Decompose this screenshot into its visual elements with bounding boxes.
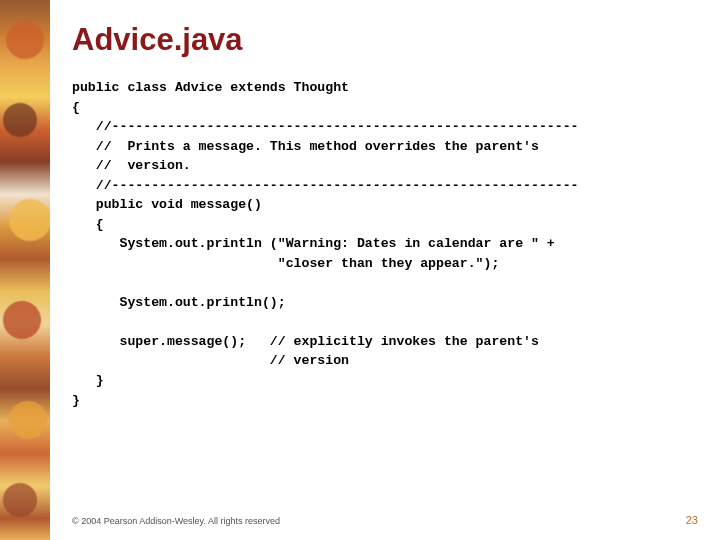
code-line: }: [72, 393, 80, 408]
code-line: public class Advice extends Thought: [72, 80, 349, 95]
code-line: System.out.println ("Warning: Dates in c…: [72, 236, 555, 251]
page-number: 23: [686, 514, 698, 526]
decorative-leaf-strip: [0, 0, 50, 540]
code-line: //--------------------------------------…: [72, 119, 578, 134]
code-line: //--------------------------------------…: [72, 178, 578, 193]
code-line: }: [72, 373, 104, 388]
code-line: public void message(): [72, 197, 262, 212]
code-block: public class Advice extends Thought { //…: [72, 78, 696, 410]
code-line: // version.: [72, 158, 191, 173]
code-line: super.message(); // explicitly invokes t…: [72, 334, 539, 349]
copyright-footer: © 2004 Pearson Addison-Wesley. All right…: [72, 516, 280, 526]
code-line: {: [72, 217, 104, 232]
slide-content: Advice.java public class Advice extends …: [72, 22, 696, 516]
code-line: // Prints a message. This method overrid…: [72, 139, 539, 154]
page-title: Advice.java: [72, 22, 696, 58]
code-line: // version: [72, 353, 349, 368]
code-line: System.out.println();: [72, 295, 286, 310]
code-line: "closer than they appear.");: [72, 256, 499, 271]
code-line: {: [72, 100, 80, 115]
